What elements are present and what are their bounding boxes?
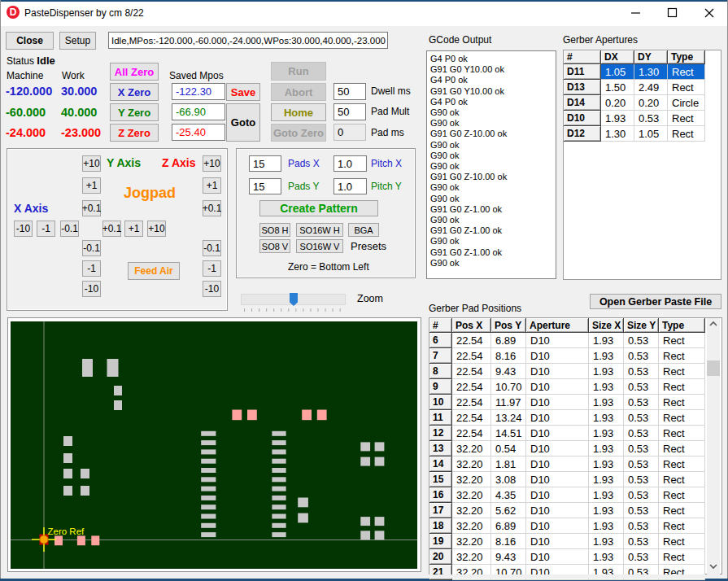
svg-text:D: D (10, 7, 17, 18)
svg-text:Zero Ref: Zero Ref (48, 526, 85, 536)
